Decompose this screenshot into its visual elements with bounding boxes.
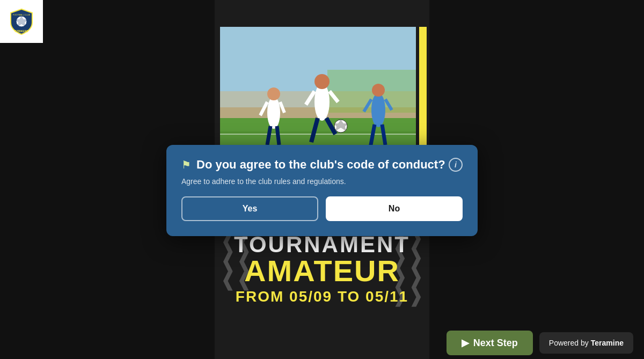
no-button[interactable]: No	[326, 196, 463, 221]
info-letter: i	[455, 160, 457, 169]
dialog-subtitle: Agree to adhere to the club rules and re…	[181, 177, 463, 186]
powered-by-text: Powered by	[549, 339, 589, 347]
consent-dialog: ⚑ Do you agree to the club's code of con…	[166, 145, 478, 236]
dialog-buttons: Yes No	[181, 196, 463, 221]
powered-by-badge: Powered by Teramine	[539, 332, 633, 354]
dialog-header: ⚑ Do you agree to the club's code of con…	[181, 158, 463, 172]
brand-name: Teramine	[591, 339, 624, 347]
dialog-conduct-icon: ⚑	[181, 158, 191, 171]
dialog-title-row: ⚑ Do you agree to the club's code of con…	[181, 158, 445, 172]
dialog-overlay: ⚑ Do you agree to the club's code of con…	[0, 0, 644, 359]
next-step-arrow: ▶	[462, 337, 469, 349]
yes-button[interactable]: Yes	[181, 196, 318, 221]
info-icon-button[interactable]: i	[449, 158, 463, 172]
bottom-bar: ▶ Next Step Powered by Teramine	[0, 327, 644, 359]
next-step-button[interactable]: ▶ Next Step	[447, 331, 533, 355]
dialog-title: Do you agree to the club's code of condu…	[196, 158, 445, 172]
next-step-label: Next Step	[473, 338, 518, 349]
